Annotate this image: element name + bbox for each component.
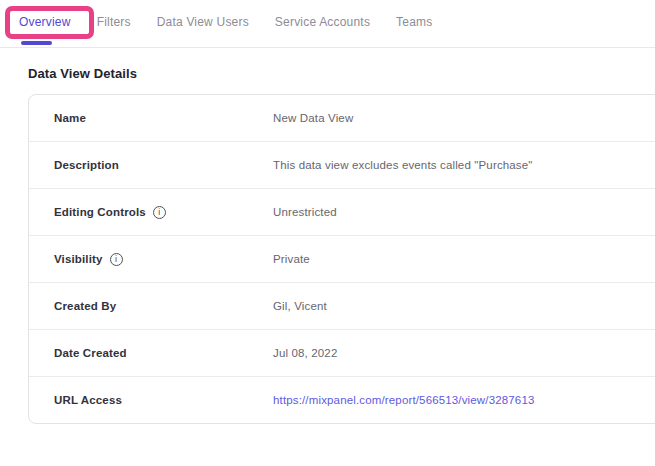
tab-list: Overview Filters Data View Users Service… [19, 15, 432, 29]
row-value: New Data View [273, 112, 353, 124]
detail-row-date-created: Date Created Jul 08, 2022 [29, 329, 655, 376]
row-label: URL Access [29, 394, 273, 406]
row-label: Editing Controls i [29, 206, 273, 219]
row-value: This data view excludes events called "P… [273, 159, 533, 171]
row-label: Visibility i [29, 253, 273, 266]
info-icon[interactable]: i [110, 253, 123, 266]
tab-filters[interactable]: Filters [97, 15, 131, 29]
detail-row-name: Name New Data View [29, 95, 655, 141]
row-label: Created By [29, 300, 273, 312]
tab-teams[interactable]: Teams [396, 15, 432, 29]
row-value: Gil, Vicent [273, 300, 327, 312]
tab-bar: Overview Filters Data View Users Service… [0, 0, 655, 48]
detail-row-visibility: Visibility i Private [29, 235, 655, 282]
detail-row-created-by: Created By Gil, Vicent [29, 282, 655, 329]
row-label: Description [29, 159, 273, 171]
detail-row-url-access: URL Access https://mixpanel.com/report/5… [29, 376, 655, 423]
detail-row-editing-controls: Editing Controls i Unrestricted [29, 188, 655, 235]
tab-service-accounts[interactable]: Service Accounts [275, 15, 370, 29]
tab-bar-divider [0, 47, 655, 48]
active-tab-indicator [21, 41, 52, 45]
tab-data-view-users[interactable]: Data View Users [157, 15, 249, 29]
row-value: Private [273, 253, 310, 265]
tab-overview[interactable]: Overview [19, 15, 71, 29]
data-view-url-link[interactable]: https://mixpanel.com/report/566513/view/… [273, 394, 534, 406]
detail-row-description: Description This data view excludes even… [29, 141, 655, 188]
row-label: Name [29, 112, 273, 124]
details-card: Name New Data View Description This data… [28, 94, 655, 424]
page-title: Data View Details [28, 66, 655, 81]
info-icon[interactable]: i [153, 206, 166, 219]
row-label: Date Created [29, 347, 273, 359]
row-value: Jul 08, 2022 [273, 347, 337, 359]
row-value: Unrestricted [273, 206, 337, 218]
